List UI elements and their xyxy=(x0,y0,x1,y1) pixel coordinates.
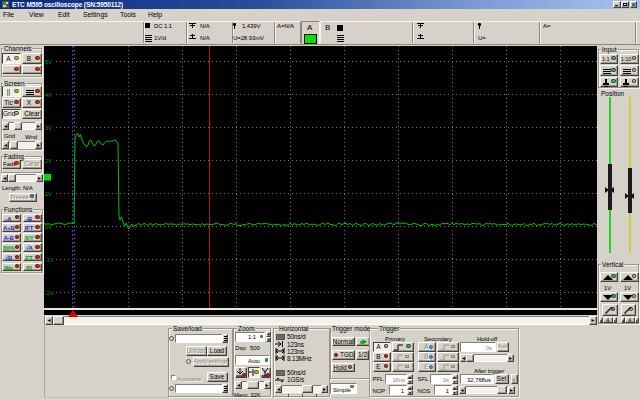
svg-text:2V: 2V xyxy=(45,158,52,164)
svg-text:4V: 4V xyxy=(45,92,52,98)
svg-text:-1V: -1V xyxy=(45,257,54,263)
svg-text:3V: 3V xyxy=(45,125,52,131)
svg-text:5V: 5V xyxy=(45,59,52,65)
svg-text:-2V: -2V xyxy=(45,290,54,296)
svg-text:1V: 1V xyxy=(45,191,52,197)
